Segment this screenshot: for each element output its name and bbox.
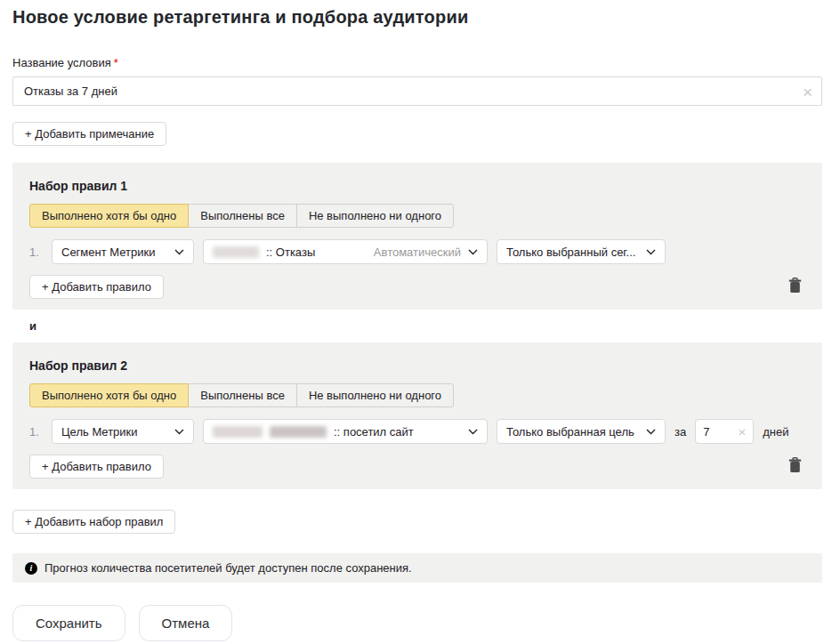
- condition-name-label-text: Название условия: [12, 56, 111, 69]
- goal-select[interactable]: :: посетил сайт: [203, 419, 488, 444]
- add-rule-set-button[interactable]: + Добавить набор правил: [12, 510, 175, 534]
- goal-scope-select[interactable]: Только выбранная цель: [497, 419, 666, 444]
- clear-days-icon[interactable]: ×: [738, 424, 746, 439]
- redacted-counter-name: [213, 246, 259, 258]
- chevron-down-icon: [468, 249, 478, 255]
- segment-scope-value: Только выбранный сег...: [506, 246, 639, 259]
- trash-icon: [788, 457, 802, 473]
- info-icon: i: [25, 562, 37, 575]
- rule-type-select[interactable]: Сегмент Метрики: [52, 239, 194, 264]
- chevron-down-icon: [646, 429, 656, 435]
- segment-type-hint: Автоматический: [367, 246, 461, 259]
- rule-row: 1. Цель Метрики :: посетил сайт Только в…: [29, 419, 805, 444]
- forecast-info-bar: i Прогноз количества посетителей будет д…: [12, 553, 822, 583]
- add-rule-button[interactable]: + Добавить правило: [29, 275, 164, 299]
- trash-icon: [788, 278, 802, 294]
- page-title: Новое условие ретаргетинга и подбора ауд…: [12, 7, 822, 28]
- goal-scope-value: Только выбранная цель: [506, 425, 639, 439]
- rule-type-select[interactable]: Цель Метрики: [52, 419, 194, 444]
- chevron-down-icon: [174, 249, 184, 255]
- match-all-button[interactable]: Выполнены все: [188, 204, 297, 228]
- rule-row: 1. Сегмент Метрики :: Отказы Автоматичес…: [29, 239, 805, 264]
- segment-select[interactable]: :: Отказы Автоматический: [203, 239, 488, 264]
- condition-name-input[interactable]: [13, 77, 821, 105]
- match-none-button[interactable]: Не выполнено ни одного: [296, 204, 454, 228]
- rule-number: 1.: [29, 425, 43, 439]
- rule-set-2-panel: Набор правил 2 Выполнено хотя бы одно Вы…: [12, 342, 822, 489]
- condition-name-label: Название условия*: [12, 56, 822, 69]
- forecast-info-text: Прогноз количества посетителей будет дос…: [44, 561, 412, 575]
- goal-name: :: посетил сайт: [334, 425, 414, 439]
- redacted-counter-name: [213, 426, 263, 438]
- rule-set-1-footer: + Добавить правило: [29, 275, 805, 299]
- redacted-counter-name: [270, 426, 327, 438]
- rule-set-2-footer: + Добавить правило: [29, 455, 805, 479]
- rule-set-1-panel: Набор правил 1 Выполнено хотя бы одно Вы…: [12, 163, 822, 310]
- rule-type-value: Цель Метрики: [61, 425, 167, 439]
- match-none-button[interactable]: Не выполнено ни одного: [296, 383, 454, 407]
- period-days-input[interactable]: [703, 425, 738, 439]
- save-button[interactable]: Сохранить: [12, 605, 125, 641]
- period-prefix-label: за: [675, 425, 686, 439]
- rule-set-2-match-type: Выполнено хотя бы одно Выполнены все Не …: [29, 383, 454, 407]
- segment-scope-select[interactable]: Только выбранный сег...: [497, 239, 666, 264]
- rule-type-value: Сегмент Метрики: [61, 246, 167, 259]
- retargeting-condition-form: Новое условие ретаргетинга и подбора ауд…: [0, 0, 824, 641]
- match-all-button[interactable]: Выполнены все: [188, 383, 297, 407]
- period-suffix-label: дней: [763, 425, 788, 439]
- chevron-down-icon: [468, 429, 478, 435]
- and-connector-label: и: [29, 319, 822, 333]
- rule-set-2-title: Набор правил 2: [29, 358, 805, 373]
- match-any-button[interactable]: Выполнено хотя бы одно: [29, 383, 189, 407]
- clear-name-icon[interactable]: ×: [803, 83, 812, 100]
- condition-name-field: ×: [12, 76, 822, 106]
- period-days-field: ×: [695, 419, 754, 444]
- rule-number: 1.: [29, 246, 43, 259]
- chevron-down-icon: [646, 249, 656, 255]
- delete-rule-set-button[interactable]: [785, 276, 805, 298]
- required-asterisk: *: [114, 56, 118, 69]
- rule-set-1-match-type: Выполнено хотя бы одно Выполнены все Не …: [29, 204, 454, 228]
- form-actions: Сохранить Отмена: [12, 605, 822, 641]
- chevron-down-icon: [174, 429, 184, 435]
- match-any-button[interactable]: Выполнено хотя бы одно: [29, 204, 189, 228]
- add-rule-button[interactable]: + Добавить правило: [29, 455, 164, 479]
- delete-rule-set-button[interactable]: [785, 455, 805, 478]
- add-note-button[interactable]: + Добавить примечание: [12, 122, 166, 146]
- segment-name: :: Отказы: [266, 246, 315, 259]
- cancel-button[interactable]: Отмена: [139, 605, 233, 641]
- rule-set-1-title: Набор правил 1: [29, 179, 805, 193]
